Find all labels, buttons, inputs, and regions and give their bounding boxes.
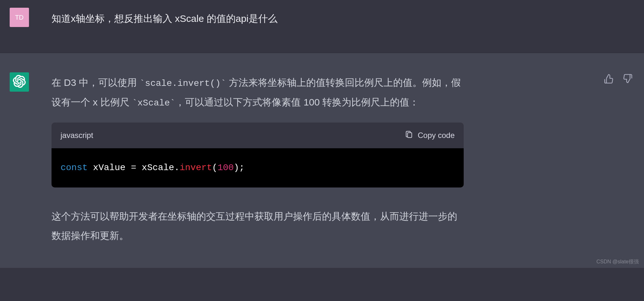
user-message-text: 知道x轴坐标，想反推出输入 xScale 的值的api是什么 bbox=[52, 8, 464, 26]
assistant-text-body: 在 D3 中，可以使用 `scale.invert()` 方法来将坐标轴上的值转… bbox=[52, 72, 464, 245]
assistant-paragraph-2: 这个方法可以帮助开发者在坐标轴的交互过程中获取用户操作后的具体数值，从而进行进一… bbox=[52, 207, 464, 245]
code-token-method: invert bbox=[180, 163, 212, 173]
svg-rect-0 bbox=[408, 133, 412, 138]
watermark: CSDN @slate很强 bbox=[596, 259, 639, 265]
copy-code-label: Copy code bbox=[418, 131, 455, 140]
code-token-variable: xScale bbox=[142, 163, 174, 173]
clipboard-icon bbox=[405, 130, 413, 141]
feedback-buttons bbox=[602, 72, 634, 86]
code-token-number: 100 bbox=[217, 163, 233, 173]
thumbs-down-icon bbox=[623, 80, 633, 85]
code-block: javascript Copy code const xValue = xSca… bbox=[52, 123, 464, 187]
user-message: TD 知道x轴坐标，想反推出输入 xScale 的值的api是什么 bbox=[0, 0, 644, 53]
assistant-avatar bbox=[10, 72, 29, 92]
code-header: javascript Copy code bbox=[52, 123, 464, 148]
user-content: 知道x轴坐标，想反推出输入 xScale 的值的api是什么 bbox=[52, 8, 464, 26]
code-language-label: javascript bbox=[61, 128, 93, 143]
thumbs-up-button[interactable] bbox=[602, 72, 615, 86]
user-avatar-initials: TD bbox=[15, 14, 24, 21]
copy-code-button[interactable]: Copy code bbox=[405, 130, 455, 141]
user-avatar: TD bbox=[10, 8, 29, 27]
text-segment: 在 D3 中，可以使用 bbox=[52, 77, 139, 88]
code-token-variable: xValue bbox=[93, 163, 126, 173]
assistant-message: 在 D3 中，可以使用 `scale.invert()` 方法来将坐标轴上的值转… bbox=[0, 53, 644, 268]
assistant-paragraph-1: 在 D3 中，可以使用 `scale.invert()` 方法来将坐标轴上的值转… bbox=[52, 73, 464, 112]
thumbs-up-icon bbox=[603, 80, 614, 85]
thumbs-down-button[interactable] bbox=[621, 72, 634, 86]
inline-code: `scale.invert()` bbox=[139, 78, 226, 88]
assistant-content: 在 D3 中，可以使用 `scale.invert()` 方法来将坐标轴上的值转… bbox=[52, 72, 464, 245]
text-segment: ，可以通过以下方式将像素值 100 转换为比例尺上的值： bbox=[175, 97, 419, 107]
inline-code: `xScale` bbox=[132, 98, 175, 108]
code-body: const xValue = xScale.invert(100); bbox=[52, 148, 464, 187]
openai-logo-icon bbox=[13, 75, 26, 89]
code-token-keyword: const bbox=[61, 163, 88, 173]
